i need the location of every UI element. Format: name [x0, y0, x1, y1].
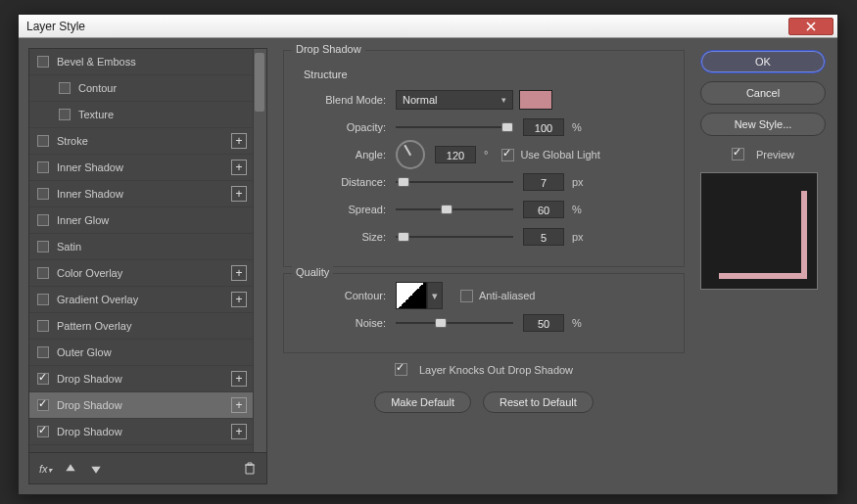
spread-slider[interactable]: [396, 203, 513, 216]
distance-slider[interactable]: [396, 175, 513, 189]
effect-checkbox[interactable]: [37, 346, 49, 358]
add-effect-icon[interactable]: +: [231, 133, 247, 149]
effect-row-outer-glow[interactable]: Outer Glow: [29, 340, 266, 366]
distance-value[interactable]: 7: [523, 173, 564, 191]
noise-slider[interactable]: [396, 316, 513, 330]
preview-thumbnail: [700, 172, 818, 290]
effect-checkbox[interactable]: [37, 241, 49, 252]
add-effect-icon[interactable]: +: [231, 397, 247, 413]
quality-group: Quality Contour: ▾ Anti-aliased Noise: 5…: [283, 273, 685, 353]
make-default-button[interactable]: Make Default: [374, 391, 471, 413]
effect-checkbox[interactable]: [37, 426, 49, 437]
effects-scrollbar[interactable]: [253, 49, 266, 452]
effects-list[interactable]: Bevel & EmbossContourTextureStroke+Inner…: [29, 49, 266, 452]
preview-checkbox[interactable]: [732, 148, 744, 160]
effect-row-pattern-overlay[interactable]: Pattern Overlay: [29, 313, 266, 340]
effect-checkbox[interactable]: [37, 373, 49, 385]
effect-row-inner-glow[interactable]: Inner Glow: [29, 207, 266, 234]
effect-label: Gradient Overlay: [57, 294, 138, 305]
contour-preset[interactable]: [396, 282, 427, 309]
add-effect-icon[interactable]: +: [231, 371, 247, 387]
effects-panel: Bevel & EmbossContourTextureStroke+Inner…: [28, 48, 267, 484]
opacity-value[interactable]: 100: [523, 118, 564, 136]
spread-value[interactable]: 60: [523, 201, 564, 218]
effect-label: Pattern Overlay: [57, 320, 131, 332]
size-slider[interactable]: [396, 230, 513, 244]
add-effect-icon[interactable]: +: [231, 186, 247, 202]
scrollbar-thumb[interactable]: [255, 53, 264, 112]
effect-checkbox[interactable]: [37, 267, 49, 279]
size-label: Size:: [298, 231, 396, 243]
effect-label: Satin: [57, 241, 81, 252]
settings-panel: Drop Shadow Structure Blend Mode: Normal…: [283, 48, 685, 484]
use-global-light-label: Use Global Light: [520, 149, 599, 160]
effect-row-texture[interactable]: Texture: [29, 102, 266, 128]
effect-checkbox[interactable]: [37, 214, 49, 226]
effect-row-drop-shadow[interactable]: Drop Shadow+: [29, 392, 266, 419]
cancel-button[interactable]: Cancel: [700, 81, 826, 105]
opacity-slider[interactable]: [396, 120, 513, 134]
effect-label: Drop Shadow: [57, 426, 122, 437]
opacity-label: Opacity:: [298, 121, 396, 133]
size-value[interactable]: 5: [523, 228, 564, 246]
noise-unit: %: [572, 317, 582, 329]
add-effect-icon[interactable]: +: [231, 160, 247, 175]
contour-label: Contour:: [298, 290, 396, 301]
distance-label: Distance:: [298, 176, 396, 188]
effect-row-contour[interactable]: Contour: [29, 75, 266, 102]
effect-label: Drop Shadow: [57, 399, 122, 411]
noise-label: Noise:: [298, 317, 396, 329]
effect-checkbox[interactable]: [37, 188, 49, 200]
new-style-button[interactable]: New Style...: [700, 113, 826, 136]
add-effect-icon[interactable]: +: [231, 265, 247, 281]
add-effect-icon[interactable]: +: [231, 292, 247, 307]
opacity-unit: %: [572, 121, 582, 133]
effect-row-inner-shadow[interactable]: Inner Shadow+: [29, 181, 266, 207]
spread-unit: %: [572, 204, 582, 215]
dialog-title: Layer Style: [23, 20, 788, 33]
effect-label: Color Overlay: [57, 267, 122, 279]
shadow-color-swatch[interactable]: [519, 90, 552, 110]
move-up-icon[interactable]: [64, 462, 77, 476]
close-button[interactable]: [788, 18, 833, 35]
effect-row-drop-shadow[interactable]: Drop Shadow+: [29, 419, 266, 445]
use-global-light-checkbox[interactable]: [501, 149, 514, 161]
effect-row-color-overlay[interactable]: Color Overlay+: [29, 260, 266, 287]
right-panel: OK Cancel New Style... Preview: [700, 48, 826, 484]
fx-icon[interactable]: fx▾: [39, 463, 52, 475]
contour-dropdown[interactable]: ▾: [427, 282, 443, 309]
effect-row-satin[interactable]: Satin: [29, 234, 266, 260]
angle-value[interactable]: 120: [435, 146, 476, 163]
move-down-icon[interactable]: [89, 462, 103, 476]
effect-row-bevel-emboss[interactable]: Bevel & Emboss: [29, 49, 266, 75]
effect-checkbox[interactable]: [37, 399, 49, 411]
add-effect-icon[interactable]: +: [231, 424, 247, 439]
chevron-down-icon: ▾: [432, 290, 438, 302]
noise-value[interactable]: 50: [523, 314, 564, 332]
knocks-out-checkbox[interactable]: [395, 363, 407, 376]
effect-label: Stroke: [57, 135, 88, 147]
effect-checkbox[interactable]: [37, 135, 49, 147]
anti-aliased-label: Anti-aliased: [479, 290, 535, 301]
effect-checkbox[interactable]: [37, 320, 49, 332]
effect-checkbox[interactable]: [37, 294, 49, 305]
reset-default-button[interactable]: Reset to Default: [483, 391, 594, 413]
effect-checkbox[interactable]: [59, 82, 71, 94]
blend-mode-label: Blend Mode:: [298, 94, 396, 106]
anti-aliased-checkbox[interactable]: [460, 290, 473, 302]
trash-icon[interactable]: [243, 462, 257, 476]
effect-checkbox[interactable]: [59, 109, 71, 120]
ok-button[interactable]: OK: [700, 50, 826, 73]
preview-label: Preview: [756, 149, 794, 160]
effect-row-drop-shadow[interactable]: Drop Shadow+: [29, 366, 266, 392]
size-unit: px: [572, 231, 584, 243]
angle-dial[interactable]: [396, 140, 425, 169]
effect-checkbox[interactable]: [37, 161, 49, 173]
titlebar[interactable]: Layer Style: [19, 15, 837, 38]
blend-mode-dropdown[interactable]: Normal ▾: [396, 90, 513, 110]
effect-row-gradient-overlay[interactable]: Gradient Overlay+: [29, 287, 266, 313]
effect-row-stroke[interactable]: Stroke+: [29, 128, 266, 155]
layer-style-dialog: Layer Style Bevel & EmbossContourTexture…: [18, 14, 838, 495]
effect-checkbox[interactable]: [37, 56, 49, 68]
effect-row-inner-shadow[interactable]: Inner Shadow+: [29, 155, 266, 181]
